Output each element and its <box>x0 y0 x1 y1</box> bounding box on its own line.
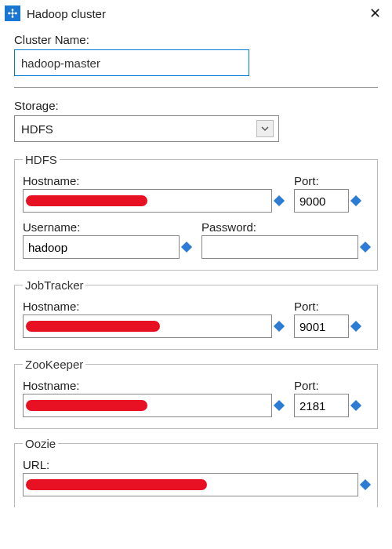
hadoop-icon <box>5 5 20 21</box>
dialog-title: Hadoop cluster <box>27 7 359 20</box>
jobtracker-legend: JobTracker <box>23 278 85 292</box>
jobtracker-hostname-label: Hostname: <box>23 300 283 313</box>
jobtracker-hostname-input[interactable] <box>23 314 272 338</box>
oozie-group: Oozie URL: <box>14 437 378 507</box>
hdfs-password-label: Password: <box>201 220 369 234</box>
hdfs-username-label: Username: <box>23 220 191 234</box>
variable-icon[interactable] <box>350 195 361 206</box>
variable-icon[interactable] <box>360 242 371 253</box>
variable-icon[interactable] <box>360 479 371 490</box>
variable-icon[interactable] <box>274 321 285 332</box>
zookeeper-legend: ZooKeeper <box>23 358 85 371</box>
oozie-url-label: URL: <box>23 458 49 471</box>
oozie-url-input[interactable] <box>23 473 358 496</box>
divider <box>14 87 378 88</box>
oozie-legend: Oozie <box>23 437 58 450</box>
hdfs-port-input[interactable] <box>294 189 349 213</box>
hdfs-port-label: Port: <box>294 174 369 187</box>
variable-icon[interactable] <box>350 321 361 332</box>
hdfs-hostname-label: Hostname: <box>23 174 283 187</box>
storage-selected-value: HDFS <box>21 122 256 136</box>
zookeeper-hostname-input[interactable] <box>23 394 272 417</box>
dialog-content: Cluster Name: Storage: HDFS HDFS Hostnam… <box>0 27 392 507</box>
hdfs-group: HDFS Hostname: Port: U <box>14 153 378 271</box>
jobtracker-group: JobTracker Hostname: Port: <box>14 278 378 350</box>
variable-icon[interactable] <box>274 400 285 411</box>
hdfs-legend: HDFS <box>23 153 60 166</box>
zookeeper-port-input[interactable] <box>294 394 349 417</box>
variable-icon[interactable] <box>181 242 192 253</box>
hdfs-username-input[interactable] <box>23 235 180 259</box>
zookeeper-hostname-label: Hostname: <box>23 379 283 392</box>
hdfs-password-input[interactable] <box>201 235 358 259</box>
variable-icon[interactable] <box>274 195 285 206</box>
variable-icon[interactable] <box>350 400 361 411</box>
zookeeper-group: ZooKeeper Hostname: Port: <box>14 358 378 429</box>
zookeeper-port-label: Port: <box>294 379 369 392</box>
chevron-down-icon <box>256 120 274 137</box>
storage-select[interactable]: HDFS <box>14 115 279 142</box>
hdfs-hostname-input[interactable] <box>23 189 272 213</box>
cluster-name-input[interactable] <box>14 49 249 76</box>
jobtracker-port-input[interactable] <box>294 314 349 338</box>
jobtracker-port-label: Port: <box>294 300 369 313</box>
close-button[interactable]: ✕ <box>365 5 384 22</box>
titlebar: Hadoop cluster ✕ <box>0 0 392 27</box>
storage-label: Storage: <box>14 99 378 112</box>
cluster-name-label: Cluster Name: <box>14 33 378 46</box>
